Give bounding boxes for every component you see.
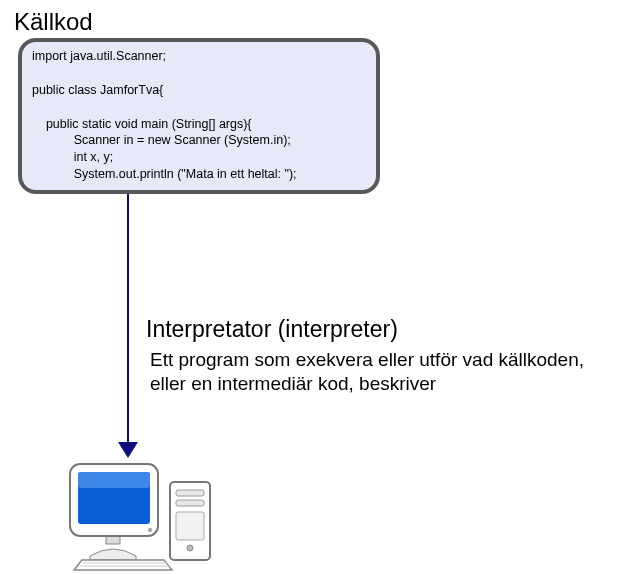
arrow-down: [118, 194, 138, 458]
svg-rect-5: [106, 536, 120, 544]
source-code-title: Källkod: [14, 8, 93, 36]
arrow-line: [127, 194, 129, 444]
computer-icon: [52, 452, 222, 570]
svg-rect-2: [176, 500, 204, 506]
svg-rect-3: [176, 512, 204, 540]
interpreter-title: Interpretator (interpreter): [146, 316, 398, 343]
svg-point-9: [148, 528, 152, 532]
svg-rect-1: [176, 490, 204, 496]
svg-point-4: [187, 545, 193, 551]
interpreter-description: Ett program som exekvera eller utför vad…: [150, 348, 620, 396]
svg-rect-8: [78, 472, 150, 488]
source-code-box: import java.util.Scanner; public class J…: [18, 38, 380, 194]
